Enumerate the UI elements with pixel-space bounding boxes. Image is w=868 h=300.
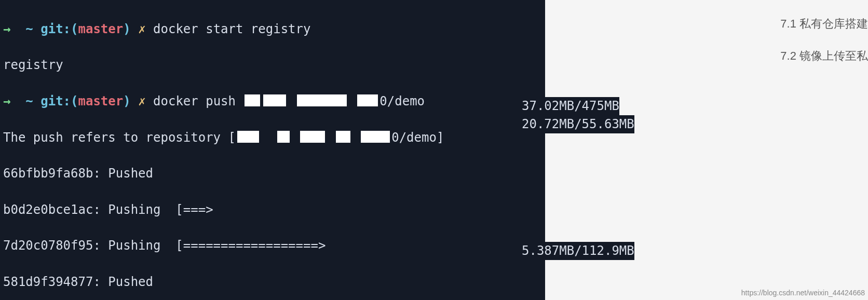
command-1-output: registry [3, 56, 542, 74]
layer-status: Pushed [108, 166, 153, 181]
layer-hash: 66bfbb9fa68b [3, 166, 93, 181]
push-refers-line: The push refers to repository [ 0/demo] [3, 129, 542, 147]
layer-hash: 581d9f394877 [3, 275, 93, 289]
layer-status: Pushed [108, 275, 153, 289]
redaction [263, 94, 286, 106]
progress-size-wrap: ] 37.02MB/475MB [522, 97, 531, 115]
watermark-text: https://blog.csdn.net/weixin_44424668 [741, 288, 865, 298]
layer-line: 581d9f394877: Pushed [3, 273, 542, 291]
prompt-dirty-icon: ✗ [138, 22, 145, 36]
progress-size: 37.02MB/475MB [522, 97, 619, 115]
redaction [300, 131, 325, 143]
command-1: docker start registry [153, 22, 310, 36]
layer-line: b0d2e0bce1ac: Pushing [===> [3, 201, 542, 219]
prompt-line-2[interactable]: → ~ git:(master) ✗ docker push 0/demo [3, 92, 542, 111]
layer-status: Pushing [108, 202, 160, 217]
progress-size-wrap: ] 20.72MB/55.63MB [522, 115, 531, 133]
redaction [297, 94, 347, 106]
git-branch: master [78, 22, 124, 36]
redaction [336, 131, 350, 143]
terminal-output: → ~ git:(master) ✗ docker start registry… [0, 0, 545, 300]
redaction [361, 131, 390, 143]
layer-hash: 7d20c0780f95 [3, 238, 93, 253]
redaction [357, 94, 378, 106]
sidebar-item-2[interactable]: 7.2 镜像上传至私 [780, 48, 868, 64]
redaction [245, 94, 260, 106]
command-2: docker push 0/demo [153, 94, 425, 108]
progress-bar: [===> [175, 202, 213, 217]
progress-size: 5.387MB/112.9MB [522, 242, 634, 260]
prompt-line-1[interactable]: → ~ git:(master) ✗ docker start registry [3, 20, 542, 38]
progress-size: 20.72MB/55.63MB [522, 115, 634, 133]
redaction [277, 131, 290, 143]
layer-status: Pushing [108, 238, 160, 253]
prompt-cwd: ~ [25, 22, 33, 36]
progress-size-wrap: ] 5.387MB/112.9MB [522, 242, 531, 260]
layer-hash: b0d2e0bce1ac [3, 202, 93, 217]
prompt-arrow: → [3, 22, 10, 36]
sidebar-item-1[interactable]: 7.1 私有仓库搭建 [780, 16, 868, 32]
git-label: git: [40, 22, 71, 36]
layer-line: 7d20c0780f95: Pushing [=================… [3, 237, 542, 255]
redaction [237, 131, 259, 143]
layer-line: 66bfbb9fa68b: Pushed [3, 165, 542, 183]
progress-bar: [==================> [175, 238, 326, 253]
